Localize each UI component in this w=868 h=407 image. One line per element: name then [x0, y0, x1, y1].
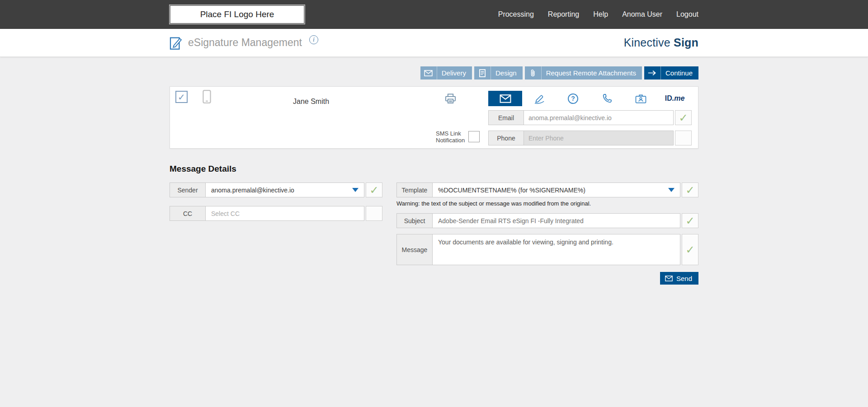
email-row: Email ✓	[488, 110, 692, 125]
fi-logo-placeholder: Place FI Logo Here	[170, 5, 305, 24]
sms-link-notification-checkbox[interactable]	[468, 131, 480, 142]
briefcase-person-icon	[635, 94, 646, 103]
valid-check-icon: ✓	[369, 185, 378, 196]
send-button-label: Send	[676, 275, 692, 282]
idme-logo: ID.me	[665, 94, 685, 103]
tab-in-branch[interactable]	[624, 91, 658, 106]
sender-row: Sender anoma.premalal@kinective.io ✓	[170, 182, 382, 197]
template-row: Template %DOCUMENTSETNAME% (for %SIGNERN…	[396, 182, 698, 197]
cc-valid-cell	[366, 206, 382, 221]
continue-button[interactable]: Continue	[644, 66, 698, 80]
nav-reporting[interactable]: Reporting	[548, 10, 579, 19]
esignature-document-icon	[170, 36, 182, 50]
message-textarea[interactable]: Your documents are available for viewing…	[433, 234, 680, 265]
brand-product: Sign	[674, 36, 698, 49]
template-label: Template	[396, 182, 433, 197]
request-remote-attachments-button[interactable]: Request Remote Attachments	[525, 66, 642, 80]
page-header: eSignature Management i Kinective Sign	[0, 29, 868, 57]
paperclip-icon	[525, 66, 542, 80]
signature-pen-icon	[533, 93, 545, 104]
continue-button-label: Continue	[665, 69, 693, 77]
tab-email-delivery[interactable]	[488, 91, 522, 106]
cc-input[interactable]	[206, 206, 364, 221]
valid-check-icon: ✓	[685, 185, 694, 196]
message-row: Message Your documents are available for…	[396, 234, 698, 265]
message-label: Message	[396, 234, 433, 265]
main-content: Delivery Design Request Remote Attachmen…	[0, 57, 868, 285]
email-label: Email	[488, 110, 524, 125]
send-row: Send	[396, 272, 698, 285]
nav-logout[interactable]: Logout	[676, 10, 698, 19]
valid-check-icon: ✓	[685, 215, 694, 226]
message-details-heading: Message Details	[170, 164, 698, 174]
info-icon[interactable]: i	[309, 35, 318, 44]
envelope-icon	[420, 66, 437, 80]
sender-select[interactable]: anoma.premalal@kinective.io	[206, 182, 364, 197]
cc-row: CC	[170, 206, 382, 221]
sender-value: anoma.premalal@kinective.io	[211, 187, 294, 194]
signer-card: ✓ Jane Smith ?	[170, 86, 698, 149]
nav-processing[interactable]: Processing	[498, 10, 534, 19]
design-button[interactable]: Design	[474, 66, 523, 80]
request-remote-attachments-label: Request Remote Attachments	[546, 69, 636, 77]
arrow-right-icon	[644, 66, 661, 80]
delivery-method-tabs: ? ID.me	[488, 91, 692, 106]
sender-label: Sender	[170, 182, 206, 197]
message-details-right-column: Template %DOCUMENTSETNAME% (for %SIGNERN…	[396, 182, 698, 285]
brand-name: Kinective	[624, 36, 674, 49]
template-valid-cell: ✓	[682, 182, 698, 197]
signer-name: Jane Smith	[293, 98, 329, 106]
sender-valid-cell: ✓	[366, 182, 382, 197]
email-input[interactable]	[524, 110, 674, 125]
email-valid-cell: ✓	[675, 110, 692, 125]
template-modified-warning: Warning: the text of the subject or mess…	[396, 200, 698, 207]
subject-input[interactable]	[433, 213, 680, 228]
document-icon	[474, 66, 491, 80]
subject-row: Subject ✓	[396, 213, 698, 228]
sms-link-notification-label: SMS Link Notification	[436, 130, 472, 144]
phone-icon	[602, 93, 613, 104]
signer-checkbox[interactable]: ✓	[175, 91, 188, 103]
tab-security-questions[interactable]: ?	[556, 91, 590, 106]
question-circle-icon: ?	[568, 94, 578, 104]
template-value: %DOCUMENTSETNAME% (for %SIGNERNAME%)	[438, 187, 585, 194]
top-navigation: Processing Reporting Help Anoma User Log…	[498, 10, 698, 19]
message-details: Sender anoma.premalal@kinective.io ✓ CC	[170, 182, 698, 285]
design-button-label: Design	[495, 69, 517, 77]
printer-icon	[445, 94, 456, 104]
page-title: eSignature Management	[188, 37, 302, 49]
print-button[interactable]	[445, 94, 456, 106]
tab-phone-authentication[interactable]	[590, 91, 624, 106]
nav-help[interactable]: Help	[593, 10, 608, 19]
envelope-icon	[500, 94, 511, 103]
tab-in-person-signing[interactable]	[522, 91, 556, 106]
brand-logo: Kinective Sign	[624, 36, 698, 49]
template-select[interactable]: %DOCUMENTSETNAME% (for %SIGNERNAME%)	[433, 182, 680, 197]
phone-valid-cell	[675, 131, 692, 145]
valid-check-icon: ✓	[679, 112, 688, 123]
send-button[interactable]: Send	[660, 272, 698, 285]
cc-label: CC	[170, 206, 206, 221]
nav-user[interactable]: Anoma User	[622, 10, 662, 19]
delivery-button-label: Delivery	[442, 69, 466, 77]
subject-label: Subject	[396, 213, 433, 228]
phone-label: Phone	[488, 131, 524, 145]
phone-input[interactable]	[524, 131, 674, 145]
message-details-left-column: Sender anoma.premalal@kinective.io ✓ CC	[170, 182, 382, 229]
topbar: Place FI Logo Here Processing Reporting …	[0, 0, 868, 29]
mobile-phone-icon	[203, 90, 211, 105]
subject-valid-cell: ✓	[682, 213, 698, 228]
chevron-down-icon	[352, 188, 359, 192]
send-envelope-icon	[665, 276, 673, 281]
checkbox-check-icon: ✓	[178, 92, 185, 103]
chevron-down-icon	[668, 188, 675, 192]
valid-check-icon: ✓	[685, 244, 694, 255]
phone-row: Phone	[488, 131, 692, 145]
delivery-button[interactable]: Delivery	[420, 66, 472, 80]
message-valid-cell: ✓	[682, 234, 698, 265]
action-toolbar: Delivery Design Request Remote Attachmen…	[170, 66, 698, 80]
tab-idme[interactable]: ID.me	[658, 91, 692, 106]
